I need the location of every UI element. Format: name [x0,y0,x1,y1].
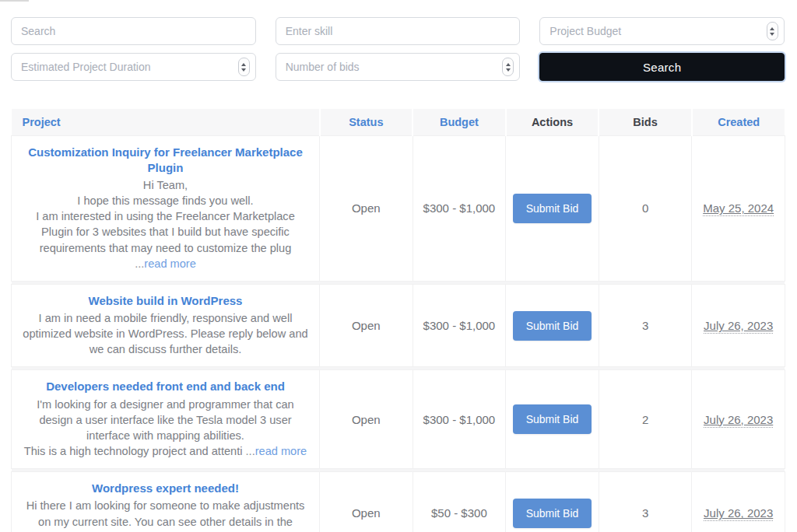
column-header-actions: Actions [506,109,599,135]
table-row: Developers needed front end and back end… [12,370,785,469]
project-title-link[interactable]: Wordpress expert needed! [23,481,308,496]
budget-input[interactable] [540,18,784,44]
created-date: May 25, 2024 [703,201,774,216]
bids-cell: 0 [599,135,692,281]
created-cell: May 25, 2024 [692,135,785,281]
created-date: July 26, 2023 [704,319,773,334]
table-row: Wordpress expert needed!Hi there I am lo… [12,472,785,532]
description-line: Hi there I am looking for someone to mak… [23,498,308,532]
stepper-up-icon[interactable] [506,63,511,66]
submit-bid-button[interactable]: Submit Bid [513,404,592,434]
truncation-ellipsis: ... [242,445,255,457]
budget-field[interactable] [539,17,785,45]
project-cell: Developers needed front end and back end… [12,370,320,469]
bids-field[interactable] [276,53,521,81]
description-line: I hope this message finds you well. [23,193,308,208]
budget-cell: $300 - $1,000 [413,284,506,367]
description-line: I'm looking for a designer and programme… [23,397,308,443]
bids-stepper[interactable] [502,58,514,76]
project-description: I am in need a mobile friendly, responsi… [23,310,308,357]
page-edge-sliver [0,0,29,2]
description-line: I am interested in using the Freelancer … [23,208,308,255]
project-title-link[interactable]: Customization Inquiry for Freelancer Mar… [23,145,308,177]
bids-cell: 3 [599,472,692,532]
submit-bid-button[interactable]: Submit Bid [513,499,592,528]
budget-cell: $300 - $1,000 [413,370,506,469]
bids-input[interactable] [276,54,520,80]
stepper-up-icon[interactable] [241,63,246,66]
project-title-link[interactable]: Developers needed front end and back end [23,379,308,394]
budget-cell: $300 - $1,000 [413,135,506,281]
column-header-created[interactable]: Created [692,109,785,135]
projects-table: ProjectStatusBudgetActionsBidsCreated Cu… [11,109,785,532]
status-cell: Open [320,370,413,469]
description-line: I am in need a mobile friendly, responsi… [23,310,308,357]
project-cell: Website build in WordPressI am in need a… [12,284,320,367]
project-description: Hi there I am looking for someone to mak… [23,498,308,532]
project-description: Hi Team,I hope this message finds you we… [23,177,308,271]
read-more-link[interactable]: read more [255,445,307,457]
table-row: Customization Inquiry for Freelancer Mar… [12,135,785,281]
read-more-link[interactable]: read more [144,257,196,270]
duration-input[interactable] [12,54,255,80]
actions-cell: Submit Bid [506,472,599,532]
budget-cell: $50 - $300 [413,472,506,532]
submit-bid-button[interactable]: Submit Bid [513,311,592,341]
skill-field[interactable] [276,17,521,45]
description-line: This is a high technology project and at… [23,443,308,459]
skill-input[interactable] [276,18,520,44]
actions-cell: Submit Bid [506,284,599,367]
filter-bar: Search [11,17,785,81]
project-title-link[interactable]: Website build in WordPress [23,293,308,309]
bids-cell: 3 [599,284,692,367]
actions-cell: Submit Bid [506,370,599,469]
stepper-down-icon[interactable] [241,68,246,72]
stepper-down-icon[interactable] [506,68,511,72]
search-input[interactable] [12,18,255,44]
duration-stepper[interactable] [238,58,250,76]
status-cell: Open [320,284,413,367]
table-header: ProjectStatusBudgetActionsBidsCreated [12,109,785,135]
created-cell: July 26, 2023 [692,472,785,532]
project-description: I'm looking for a designer and programme… [23,397,308,460]
search-button[interactable]: Search [539,53,785,81]
actions-cell: Submit Bid [506,135,599,281]
table-row: Website build in WordPressI am in need a… [12,284,785,367]
column-header-project[interactable]: Project [12,109,320,135]
submit-bid-button[interactable]: Submit Bid [513,194,592,223]
status-cell: Open [320,472,413,532]
created-cell: July 26, 2023 [692,370,785,469]
stepper-up-icon[interactable] [770,27,774,30]
column-header-budget[interactable]: Budget [413,109,506,135]
budget-stepper[interactable] [767,22,778,40]
project-cell: Customization Inquiry for Freelancer Mar… [12,135,320,281]
truncation-ellipsis: ... [135,257,144,270]
stepper-down-icon[interactable] [770,33,774,36]
column-header-status[interactable]: Status [320,109,413,135]
description-line: ...read more [23,256,308,271]
status-cell: Open [320,135,413,281]
search-field[interactable] [11,17,256,45]
bids-cell: 2 [599,370,692,469]
duration-field[interactable] [11,53,256,81]
column-header-bids: Bids [599,109,692,135]
description-line: Hi Team, [23,177,308,193]
created-date: July 26, 2023 [704,413,773,428]
created-cell: July 26, 2023 [692,284,785,367]
created-date: July 26, 2023 [704,506,773,521]
project-cell: Wordpress expert needed!Hi there I am lo… [12,472,320,532]
